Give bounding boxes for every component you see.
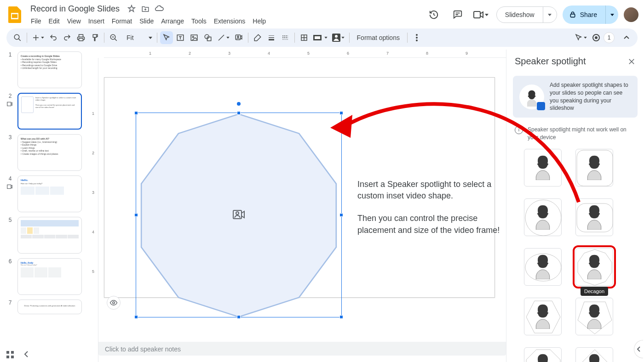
spotlight-badge-icon [6, 184, 14, 191]
svg-point-17 [335, 35, 338, 38]
shape-tooltip: Decagon [581, 287, 608, 296]
format-options-button[interactable]: Format options [352, 31, 404, 44]
slides-app-logo[interactable] [6, 6, 24, 24]
slide-number: 4 [9, 175, 12, 182]
svg-point-18 [416, 34, 418, 36]
svg-point-22 [595, 36, 598, 39]
spotlight-shape-square[interactable] [524, 149, 562, 187]
menu-help[interactable]: Help [249, 16, 269, 27]
zoom-out-icon[interactable] [107, 31, 120, 44]
slide-thumbnail-6[interactable]: Hello, AndyHow can I help you today? [17, 258, 82, 295]
slide-number: 7 [9, 300, 12, 306]
selected-spotlight-shape[interactable] [136, 113, 342, 317]
svg-rect-15 [315, 36, 320, 39]
slide-thumbnail-2[interactable]: Insert a Speaker spotlight to select a c… [17, 93, 82, 130]
menu-insert[interactable]: Insert [85, 16, 108, 27]
slide-thumbnail-3[interactable]: What can you DO with AI?• Suggest ideas … [17, 134, 82, 171]
border-dash-tool[interactable] [279, 31, 292, 44]
version-history-icon[interactable] [425, 6, 443, 24]
spotlight-shape-octagon[interactable] [524, 347, 562, 362]
panel-title: Speaker spotlight [515, 56, 627, 67]
collapse-toolbar-icon[interactable] [620, 31, 633, 44]
menu-file[interactable]: File [28, 16, 45, 27]
recording-indicator[interactable] [590, 31, 603, 44]
slide-number: 2 [9, 93, 12, 99]
spotlight-shape-diamond[interactable] [575, 347, 613, 362]
spotlight-shape-circle[interactable] [524, 198, 562, 236]
mask-shape-tool[interactable] [311, 31, 329, 44]
shape-tool[interactable] [201, 31, 214, 44]
svg-point-3 [14, 34, 19, 40]
star-icon[interactable] [127, 4, 136, 13]
svg-rect-40 [11, 351, 14, 354]
undo-icon[interactable] [47, 31, 60, 44]
zoom-level-selector[interactable]: Fit [121, 31, 154, 44]
menu-slide[interactable]: Slide [136, 16, 157, 27]
collaborator-count[interactable]: 1 [604, 32, 615, 43]
search-menus-icon[interactable] [11, 31, 24, 44]
line-tool[interactable] [215, 31, 231, 44]
svg-point-20 [416, 40, 418, 41]
document-title[interactable]: Record in Google Slides [28, 3, 122, 15]
text-box-tool[interactable] [174, 31, 187, 44]
spotlight-shape-rounded-square[interactable] [575, 149, 613, 187]
speaker-spotlight-tool[interactable] [232, 31, 245, 44]
svg-point-8 [192, 36, 194, 38]
move-icon[interactable] [141, 4, 150, 13]
close-panel-icon[interactable] [627, 57, 636, 66]
select-tool[interactable] [160, 31, 173, 44]
speaker-spotlight-panel: Speaker spotlight Add speaker spotlight … [506, 50, 644, 362]
spotlight-shape-rounded-rect[interactable] [575, 198, 613, 236]
collapse-filmstrip-icon[interactable] [24, 351, 29, 358]
user-avatar[interactable] [624, 7, 638, 22]
svg-point-27 [236, 212, 239, 215]
menu-format[interactable]: Format [109, 16, 135, 27]
menu-arrange[interactable]: Arrange [158, 16, 187, 27]
menu-extensions[interactable]: Extensions [211, 16, 248, 27]
toolbar: Fit Format options 1 [6, 28, 638, 47]
more-tools-icon[interactable] [410, 31, 423, 44]
image-tool[interactable] [188, 31, 201, 44]
slide-thumbnail-5[interactable] [17, 217, 82, 254]
spotlight-shape-hexagon[interactable] [524, 298, 562, 335]
crop-image-tool[interactable] [298, 31, 310, 44]
spotlight-shape-pentagon[interactable] [575, 298, 613, 335]
menu-tools[interactable]: Tools [188, 16, 210, 27]
slideshow-button[interactable]: Slideshow [496, 6, 557, 23]
menu-view[interactable]: View [64, 16, 84, 27]
slide-thumbnail-1[interactable]: Create a recording in Google Slides• Ava… [17, 51, 82, 88]
speaker-notes-input[interactable]: Click to add speaker notes [98, 339, 506, 356]
comments-icon[interactable] [448, 6, 467, 24]
menu-edit[interactable]: Edit [46, 16, 63, 27]
meet-camera-button[interactable] [472, 6, 491, 24]
edit-mode-selector[interactable] [573, 31, 589, 44]
intro-avatar-icon [519, 85, 544, 109]
slideshow-dropdown[interactable] [543, 7, 557, 23]
spotlight-shape-oval[interactable] [524, 248, 562, 286]
panel-warning-box: i Speaker spotlight might not work well … [515, 126, 636, 141]
svg-rect-42 [11, 356, 14, 358]
slide-number: 6 [9, 258, 12, 265]
slide-thumbnail-4[interactable]: Hello.How can I help you today? [17, 175, 82, 212]
visibility-toggle-button[interactable] [107, 296, 121, 310]
slide-number: 5 [9, 217, 12, 223]
spotlight-shape-decagon[interactable]: Decagon [575, 248, 613, 286]
cloud-status-icon[interactable] [155, 4, 164, 13]
share-button[interactable]: Share [563, 6, 618, 24]
slide-body-text[interactable]: Insert a Speaker spotlight to select a c… [357, 179, 500, 247]
grid-view-icon[interactable] [6, 351, 14, 358]
paint-format-icon[interactable] [88, 31, 101, 44]
slide-number: 1 [9, 51, 12, 58]
border-color-tool[interactable] [251, 31, 264, 44]
info-icon: i [515, 126, 523, 134]
print-icon[interactable] [75, 31, 87, 44]
share-dropdown[interactable] [605, 6, 618, 24]
slide-thumbnail-7[interactable]: Demo: Protecting customers with generati… [17, 300, 82, 314]
border-weight-tool[interactable] [265, 31, 278, 44]
slide-canvas[interactable]: Insert a Speaker spotlight to select a c… [104, 77, 495, 298]
svg-rect-39 [6, 351, 9, 354]
redo-icon[interactable] [61, 31, 74, 44]
replace-spotlight-shape-tool[interactable] [330, 31, 346, 44]
spotlight-badge-icon [6, 101, 14, 108]
new-slide-button[interactable] [30, 31, 46, 44]
